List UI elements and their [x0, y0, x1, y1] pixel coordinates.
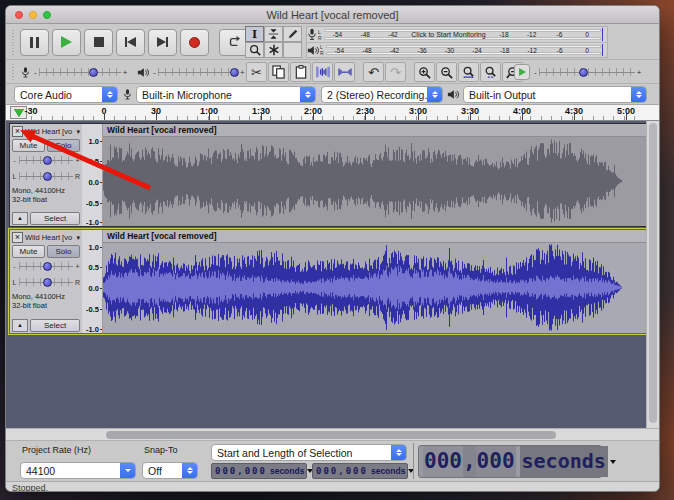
track-close-button[interactable]: ×: [12, 126, 23, 137]
gain-slider[interactable]: - +: [12, 152, 80, 168]
monitoring-hint[interactable]: Click to Start Monitoring: [407, 31, 490, 38]
playback-meter[interactable]: LR -54 -48 -42 -36 -30 -24 -18: [307, 42, 607, 57]
clip-title[interactable]: Wild Heart [vocal removed]: [103, 124, 646, 137]
amplitude-ruler: 1.0 0.5 0.0 -0.5 -1.0: [82, 124, 103, 226]
audacity-window: Wild Heart [vocal removed] I: [5, 5, 660, 492]
paste-button[interactable]: [290, 62, 311, 82]
recording-meter[interactable]: LR -54 -48 -42 Click to Start Monitoring…: [307, 27, 607, 42]
slider-thumb[interactable]: [43, 172, 52, 181]
mute-button[interactable]: Mute: [12, 245, 45, 258]
trim-audio-button[interactable]: [312, 62, 333, 82]
playback-meter-scale[interactable]: -54 -48 -42 -36 -30 -24 -18 -12 -6 0: [326, 43, 607, 57]
collapse-track-button[interactable]: ▲: [12, 212, 28, 225]
dropdown-chevron-icon: [120, 463, 135, 478]
audio-clip[interactable]: Wild Heart [vocal removed]: [103, 124, 646, 226]
desktop-background: Wild Heart [vocal removed] I: [0, 0, 674, 500]
silence-audio-button[interactable]: [334, 62, 355, 82]
envelope-tool-button[interactable]: [264, 26, 283, 42]
record-button[interactable]: [180, 29, 209, 56]
pan-slider[interactable]: L R: [12, 168, 80, 184]
track-control-panel: × Wild Heart [vo ▾ Mute Solo - + L: [10, 124, 82, 226]
zoom-out-button[interactable]: [436, 62, 457, 82]
playback-speed-slider[interactable]: - +: [534, 68, 641, 77]
zoom-in-button[interactable]: [414, 62, 435, 82]
track-control-panel: × Wild Heart [vo ▾ Mute Solo - + L: [10, 230, 82, 333]
gain-slider[interactable]: - +: [12, 258, 80, 274]
playback-device-dropdown[interactable]: Built-in Output: [463, 86, 647, 103]
field-menu-icon[interactable]: [610, 460, 616, 464]
tools-toolbar: I: [245, 26, 303, 58]
audio-position-display[interactable]: 000 , 000 seconds: [418, 445, 602, 478]
speaker-icon: [447, 89, 459, 100]
zoom-selection-button[interactable]: [458, 62, 479, 82]
zoom-selection-icon: [462, 66, 475, 79]
timeline-minor-ticks: [31, 116, 645, 120]
dropdown-chevrons-icon: [631, 87, 646, 102]
track-menu-icon[interactable]: ▾: [76, 234, 80, 242]
play-at-speed-button[interactable]: [514, 64, 530, 80]
track-title[interactable]: Wild Heart [vo: [25, 233, 74, 242]
track-title[interactable]: Wild Heart [vo: [25, 127, 74, 136]
dropdown-chevrons-icon: [182, 463, 197, 478]
waveform-track-1[interactable]: [103, 137, 646, 225]
horizontal-scrollbar[interactable]: [6, 428, 659, 441]
track-close-button[interactable]: ×: [12, 232, 23, 243]
collapse-track-button[interactable]: ▲: [12, 319, 28, 332]
slider-thumb[interactable]: [89, 68, 98, 77]
slider-thumb[interactable]: [43, 156, 52, 165]
toolbar-grip[interactable]: [11, 29, 16, 55]
copy-button[interactable]: [268, 62, 289, 82]
draw-tool-button[interactable]: [283, 26, 302, 42]
play-button[interactable]: [52, 29, 81, 56]
selection-tool-button[interactable]: I: [245, 26, 264, 42]
multi-tool-button[interactable]: [264, 42, 283, 58]
project-rate-dropdown[interactable]: 44100: [20, 462, 136, 479]
slider-thumb[interactable]: [579, 68, 588, 77]
pan-slider[interactable]: L R: [12, 274, 80, 290]
select-track-button[interactable]: Select: [30, 212, 80, 225]
mute-button[interactable]: Mute: [12, 139, 45, 152]
select-track-button[interactable]: Select: [30, 319, 80, 332]
zoom-tool-button[interactable]: [245, 42, 264, 58]
zoom-project-button[interactable]: [480, 62, 501, 82]
selection-mode-dropdown[interactable]: Start and Length of Selection: [211, 444, 407, 461]
track-area[interactable]: × Wild Heart [vo ▾ Mute Solo - + L: [6, 121, 659, 428]
play-speed-icon: [519, 68, 526, 76]
scissors-icon: ✂: [251, 65, 262, 80]
stop-button[interactable]: [84, 29, 113, 56]
slider-thumb[interactable]: [43, 278, 52, 287]
redo-button[interactable]: ↷: [385, 62, 406, 82]
slider-thumb[interactable]: [43, 262, 52, 271]
slider-thumb[interactable]: [230, 68, 239, 77]
skip-to-end-button[interactable]: [148, 29, 177, 56]
loop-button[interactable]: [219, 29, 248, 56]
track-menu-icon[interactable]: ▾: [76, 128, 80, 136]
meter-channel-labels: LR: [320, 44, 324, 56]
cut-button[interactable]: ✂: [246, 62, 267, 82]
undo-button[interactable]: ↶: [363, 62, 384, 82]
titlebar[interactable]: Wild Heart [vocal removed]: [6, 6, 659, 24]
selection-start-field[interactable]: 000,000 seconds: [211, 463, 307, 479]
audio-host-dropdown[interactable]: Core Audio: [14, 86, 118, 103]
audio-clip[interactable]: Wild Heart [vocal removed]: [103, 230, 646, 333]
play-at-speed-toolbar: - +: [514, 63, 641, 81]
recording-meter-scale[interactable]: -54 -48 -42 Click to Start Monitoring -1…: [324, 27, 607, 42]
playback-volume-slider[interactable]: - +: [153, 68, 244, 77]
recording-channels-dropdown[interactable]: 2 (Stereo) Recording...: [321, 86, 443, 103]
solo-button[interactable]: Solo: [47, 139, 80, 152]
vertical-scrollbar[interactable]: [646, 121, 659, 428]
solo-button[interactable]: Solo: [47, 245, 80, 258]
waveform-track-2[interactable]: [103, 243, 646, 332]
recording-volume-slider[interactable]: - +: [34, 68, 127, 77]
snap-to-dropdown[interactable]: Off: [142, 462, 198, 479]
amplitude-ruler: 1.0 0.5 0.0 -0.5 -1.0: [82, 230, 103, 333]
scrollbar-thumb[interactable]: [106, 431, 556, 439]
pause-button[interactable]: [20, 29, 49, 56]
timeline-ruler[interactable]: -30 0 30 1:00 1:30 2:00 2:30 3:00 3:30 4…: [6, 105, 659, 121]
skip-to-start-button[interactable]: [116, 29, 145, 56]
selection-length-field[interactable]: 000,000 seconds: [312, 463, 408, 479]
clip-title[interactable]: Wild Heart [vocal removed]: [103, 230, 646, 243]
scrollbar-thumb[interactable]: [649, 123, 657, 423]
recording-device-dropdown[interactable]: Built-in Microphone: [136, 86, 316, 103]
toolbar-grip[interactable]: [11, 64, 16, 80]
